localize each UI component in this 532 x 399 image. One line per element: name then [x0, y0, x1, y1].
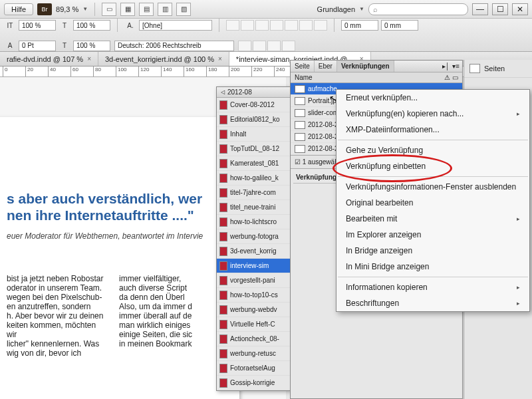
- selection-count: 1 ausgewähl: [303, 158, 340, 166]
- page-item[interactable]: 3d-event_korrig: [217, 244, 290, 259]
- page-col-icon: ▭: [452, 74, 458, 81]
- page-item[interactable]: werbung-fotogra: [217, 229, 290, 244]
- minimize-button[interactable]: —: [472, 3, 488, 15]
- page-item[interactable]: vorgestellt-pani: [217, 273, 290, 288]
- subheadline: euer Moderator für Webthemen, beantworte…: [7, 231, 219, 241]
- ctx-item[interactable]: Beschriftungen: [336, 295, 529, 311]
- char-style-select[interactable]: [Ohne]: [139, 20, 212, 31]
- it-icon: IT: [4, 20, 16, 31]
- control-panel: IT 100 % T 100 % A. [Ohne] 0 mm 0 mm A 0…: [0, 19, 532, 52]
- page-item[interactable]: titel-7jahre-com: [217, 186, 290, 200]
- t-icon: T: [59, 20, 70, 31]
- thumb-icon: [295, 145, 305, 153]
- tab-eben[interactable]: Eber: [315, 61, 337, 72]
- pdf-icon: [219, 276, 227, 285]
- page-item[interactable]: Editorial0812_ko: [217, 112, 290, 127]
- pdf-icon: [219, 349, 227, 358]
- zoom-value[interactable]: 89,3 %: [56, 5, 78, 13]
- body-col-1: bist ja jetzt neben Robostaroderator in …: [7, 274, 107, 358]
- page-item[interactable]: werbung-webdv: [217, 303, 290, 317]
- doc-tab-1[interactable]: 3d-event_korrigiert.indd @ 100 %×: [98, 52, 229, 66]
- indent-left-input[interactable]: 0 mm: [341, 20, 378, 31]
- thumb-icon: [295, 109, 305, 117]
- baseline-icon: A: [4, 41, 16, 51]
- help-button[interactable]: Hilfe: [4, 3, 33, 15]
- view-icon-2[interactable]: ▦: [120, 3, 135, 16]
- doc-tab-0[interactable]: rafie-dvd.indd @ 107 %×: [0, 52, 98, 66]
- ctx-item[interactable]: Original bearbeiten: [336, 195, 529, 211]
- thumb-icon: [295, 97, 305, 105]
- indent-right-input[interactable]: 0 mm: [381, 20, 418, 31]
- workspace-switcher[interactable]: Grundlagen: [317, 5, 356, 13]
- baseline-input[interactable]: 0 Pt: [19, 41, 56, 51]
- thumb-icon: [295, 133, 305, 141]
- page-item[interactable]: interview-sim: [217, 259, 290, 273]
- ctx-item[interactable]: Verknüpfung(en) kopieren nach...: [336, 106, 529, 122]
- pdf-icon: [219, 115, 227, 124]
- close-icon[interactable]: ×: [87, 55, 91, 63]
- view-icon-5[interactable]: ▧: [176, 3, 191, 16]
- pages-structure-panel[interactable]: 2012-08 Cover-08-2012Editorial0812_koInh…: [216, 86, 291, 391]
- view-icon-1[interactable]: ▭: [102, 3, 116, 16]
- col-name[interactable]: Name: [295, 74, 313, 81]
- language-select[interactable]: Deutsch: 2006 Rechtschreib: [114, 41, 234, 51]
- chevron-down-icon[interactable]: ▼: [359, 6, 364, 12]
- ctx-item[interactable]: Bearbeiten mit: [336, 211, 529, 227]
- close-button[interactable]: ✕: [512, 3, 528, 15]
- tab-links[interactable]: Verknüpfungen: [337, 61, 394, 72]
- chevron-down-icon[interactable]: ▼: [82, 6, 88, 12]
- maximize-button[interactable]: ☐: [492, 3, 508, 15]
- skew-input[interactable]: 100 %: [73, 41, 110, 51]
- page-item[interactable]: how-to-galileo_k: [217, 171, 290, 186]
- ctx-item[interactable]: Informationen kopieren: [336, 279, 529, 295]
- thumb-icon: [295, 85, 305, 93]
- bridge-icon[interactable]: Br: [37, 3, 52, 15]
- search-input[interactable]: ⌕: [368, 3, 468, 15]
- ctx-item[interactable]: Gehe zu Verknüpfung: [336, 142, 529, 158]
- page-item[interactable]: how-to-top10-cs: [217, 288, 290, 303]
- ctx-item[interactable]: XMP-Dateiinformationen...: [336, 122, 529, 138]
- pdf-icon: [219, 232, 227, 241]
- align-buttons[interactable]: [226, 20, 327, 31]
- page-item[interactable]: TopTutDL_08-12: [217, 142, 290, 156]
- ctx-item[interactable]: In Mini Bridge anzeigen: [336, 259, 529, 275]
- page-item[interactable]: titel_neue-traini: [217, 200, 290, 215]
- ctx-item[interactable]: Erneut verknüpfen...: [336, 90, 529, 106]
- page-item[interactable]: Virtuelle Heft-C: [217, 317, 290, 332]
- top-toolbar: Hilfe Br 89,3 % ▼ ▭ ▦ ▤ ▥ ▧ Grundlagen ▼…: [0, 0, 532, 19]
- view-icon-4[interactable]: ▥: [158, 3, 172, 16]
- page-item[interactable]: how-to-lichtscro: [217, 215, 290, 229]
- pdf-icon: [219, 217, 227, 227]
- scale-x-input[interactable]: 100 %: [19, 20, 56, 31]
- page-item[interactable]: Kameratest_081: [217, 156, 290, 171]
- pdf-icon: [219, 378, 227, 388]
- skew-icon: T: [59, 41, 70, 51]
- view-icon-3[interactable]: ▤: [139, 3, 154, 16]
- page-item[interactable]: Cover-08-2012: [217, 98, 290, 112]
- panel-menu-icon[interactable]: ▸│: [442, 63, 450, 70]
- panel-options-icon[interactable]: ▾≡: [452, 63, 460, 70]
- warning-icon: ⚠: [444, 74, 450, 81]
- tab-seite[interactable]: Seite: [291, 61, 315, 72]
- ctx-item[interactable]: Verknüpfung einbetten: [336, 158, 529, 174]
- pdf-icon: [219, 144, 227, 154]
- pdf-icon: [219, 188, 227, 198]
- pdf-icon: [219, 203, 227, 212]
- ctx-item[interactable]: Verknüpfungsinformationen-Fenster ausble…: [336, 179, 529, 195]
- scale-y-input[interactable]: 100 %: [73, 20, 110, 31]
- pdf-icon: [219, 305, 227, 315]
- page-item[interactable]: Inhalt: [217, 127, 290, 142]
- checkbox-icon[interactable]: ☑: [295, 158, 301, 166]
- close-icon[interactable]: ×: [218, 55, 222, 63]
- page-item[interactable]: Actioncheck_08-: [217, 332, 290, 346]
- ctx-item[interactable]: In Bridge anzeigen: [336, 243, 529, 259]
- panel-title[interactable]: 2012-08: [217, 87, 290, 98]
- thumb-icon: [295, 121, 305, 129]
- list-buttons[interactable]: [238, 41, 295, 51]
- dock-pages[interactable]: Seiten: [464, 60, 532, 78]
- page-item[interactable]: Gossip-korrigie: [217, 376, 290, 390]
- ctx-item[interactable]: Im Explorer anzeigen: [336, 227, 529, 243]
- page-canvas[interactable]: s aber auch verständlich, wer nen ihre I…: [0, 117, 239, 399]
- page-item[interactable]: FotoraetselAug: [217, 361, 290, 376]
- page-item[interactable]: werbung-retusc: [217, 346, 290, 361]
